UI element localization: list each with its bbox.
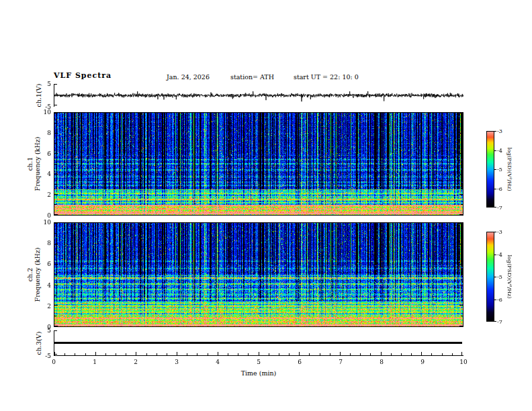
x-tick-mark [340,352,341,355]
y-tick-mark [54,153,58,154]
y-tick-mark [54,105,57,105]
y-tick-mark [461,164,463,165]
colorbar-ch2 [486,232,494,322]
colorbar-tick-label: -6 [497,186,502,192]
y-tick-mark [54,326,58,326]
y-tick-mark [54,354,57,355]
y-tick-mark [461,184,463,185]
y-tick-mark [54,194,58,195]
ch1-frequency-axis-label: ch.1 Frequency (kHz) [26,137,41,191]
x-tick-label: 6 [293,359,306,365]
colorbar-tick-mark [494,277,496,277]
y-tick-mark [461,275,463,275]
colorbar-tick-mark [494,300,496,300]
x-tick-mark [157,353,157,355]
y-tick-mark [54,342,57,343]
y-tick-label: 5 [35,81,51,87]
y-tick-mark [54,316,56,316]
figure-title: VLF Spectra [54,71,112,80]
y-tick-mark [459,153,463,154]
y-tick-mark [54,113,58,113]
colorbar-tick-mark [494,150,496,151]
y-tick-mark [461,254,463,255]
x-tick-mark [431,353,432,355]
x-tick-mark [461,352,462,355]
ch2-spectrogram-panel [54,222,463,327]
y-tick-label: 4 [35,282,51,289]
x-tick-mark [238,353,238,355]
ch2-spectrogram-plot [54,223,463,326]
x-tick-mark [248,353,249,355]
x-axis-label: Time (min) [54,369,463,377]
colorbar-tick-mark [494,321,496,322]
x-tick-label: 7 [334,359,347,365]
y-tick-mark [54,84,57,85]
x-tick-mark [411,353,412,355]
colorbar-tick-label: -3 [497,229,502,235]
x-tick-label: 4 [211,359,224,365]
x-tick-mark [187,353,187,355]
y-tick-label: -5 [35,103,51,110]
ch2-axis-frequency-text: Frequency (kHz) [34,248,41,302]
y-tick-mark [54,330,57,331]
y-tick-mark [461,295,463,295]
x-tick-label: 2 [129,359,142,365]
x-tick-mark [279,353,279,355]
start-ut-label: start UT = 22: 10: 0 [294,73,359,81]
colorbar-tick-label: -5 [497,274,502,280]
x-tick-mark [197,353,197,355]
ch1-waveform-panel [54,84,463,107]
x-tick-mark [177,352,177,355]
x-tick-label: 5 [252,359,265,365]
colorbar-tick-label: -7 [497,205,502,211]
y-tick-mark [461,143,463,144]
x-tick-mark [85,353,86,355]
y-tick-mark [54,184,56,185]
x-tick-mark [320,353,320,355]
y-tick-mark [54,264,58,265]
x-tick-mark [289,353,290,355]
y-tick-mark [54,123,56,124]
y-tick-mark [54,233,56,234]
x-tick-label: 8 [375,359,388,365]
colorbar-ch1-gradient [487,132,494,207]
y-tick-label: 2 [35,191,51,198]
y-tick-mark [459,305,463,306]
y-tick-mark [459,214,463,215]
x-tick-mark [95,352,96,355]
ch1-axis-channel-text: ch.1 [26,137,34,191]
y-tick-mark [54,174,58,175]
x-tick-mark [299,352,300,355]
y-tick-mark [459,264,463,265]
colorbar-ch2-axis-label: log(PSD)(V²/Hz) [506,255,513,298]
colorbar-ch1 [486,131,494,208]
y-tick-label: 4 [35,171,51,177]
x-tick-mark [167,353,167,355]
y-tick-mark [54,295,56,295]
x-tick-mark [391,353,392,355]
y-tick-mark [461,123,463,124]
y-tick-mark [459,133,463,134]
vlf-spectra-figure: VLF Spectra Jan. 24, 2026 station= ATH s… [0,0,532,411]
colorbar-tick-label: -4 [497,148,502,154]
y-tick-mark [54,95,57,95]
y-tick-mark [54,133,58,134]
y-tick-mark [54,285,58,285]
ch3-waveform-panel [54,330,463,356]
x-tick-label: 0 [47,359,60,365]
x-tick-mark [269,353,269,355]
colorbar-tick-mark [494,189,496,189]
y-tick-label: -5 [35,353,51,359]
ch1-spectrogram-panel [54,112,463,216]
date-label: Jan. 24, 2026 [167,73,210,81]
x-tick-label: 1 [88,359,101,365]
ch2-axis-channel-text: ch.2 [26,248,34,302]
colorbar-tick-label: -3 [497,128,502,134]
y-tick-label: 8 [35,240,51,246]
y-tick-label: 0 [35,212,51,219]
y-tick-mark [461,204,463,205]
ch1-axis-frequency-text: Frequency (kHz) [34,137,41,191]
y-tick-mark [54,214,58,215]
y-tick-mark [459,194,463,195]
ch2-frequency-axis-label: ch.2 Frequency (kHz) [26,248,41,302]
